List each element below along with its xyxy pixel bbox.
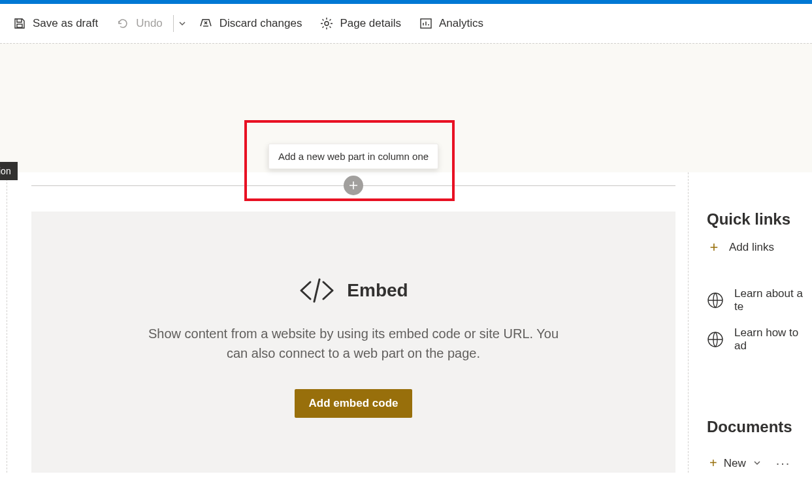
tooltip-text: Add a new web part in column one (278, 151, 429, 162)
page-details-label: Page details (340, 17, 401, 30)
globe-icon (707, 331, 724, 348)
svg-rect-0 (17, 24, 22, 27)
save-as-draft-button[interactable]: Save as draft (4, 9, 107, 38)
page-details-button[interactable]: Page details (311, 9, 410, 38)
svg-point-1 (325, 22, 329, 25)
embed-header: Embed (299, 277, 408, 304)
command-bar: Save as draft Undo Discard changes Page … (0, 4, 812, 43)
quick-link-item[interactable]: Learn how to ad (707, 320, 812, 359)
discard-icon (199, 16, 213, 31)
content-row: Section Add a new web part in column one (0, 172, 812, 473)
undo-dropdown-chevron[interactable] (175, 9, 189, 38)
embed-description: Show content from a website by using its… (144, 324, 562, 363)
section-tag[interactable]: Section (0, 162, 18, 180)
discard-changes-label: Discard changes (219, 17, 302, 30)
code-icon (299, 277, 335, 304)
quick-link-label: Learn how to ad (734, 326, 812, 353)
analytics-icon (419, 17, 432, 30)
undo-icon (116, 17, 129, 30)
add-links-label: Add links (729, 241, 774, 254)
documents-new-label: New (724, 457, 746, 470)
analytics-label: Analytics (439, 17, 483, 30)
chevron-down-icon (754, 460, 760, 467)
plus-icon: + (709, 456, 717, 471)
embed-web-part-placeholder: Embed Show content from a website by usi… (31, 212, 675, 473)
undo-button[interactable]: Undo (107, 9, 172, 38)
add-web-part-button[interactable]: Add a new web part in column one (344, 176, 363, 195)
main-column: Section Add a new web part in column one (0, 172, 689, 473)
plus-icon (349, 181, 358, 190)
save-as-draft-label: Save as draft (33, 17, 98, 30)
quick-link-item[interactable]: Learn about a te (707, 281, 812, 320)
gear-icon (320, 17, 333, 30)
side-column: Quick links + Add links Learn about a te… (689, 172, 812, 473)
globe-icon (707, 292, 724, 309)
undo-label: Undo (136, 17, 163, 30)
add-embed-code-button[interactable]: Add embed code (295, 389, 413, 418)
section-tag-label: Section (0, 166, 11, 176)
documents-heading: Documents (707, 418, 812, 436)
discard-changes-button[interactable]: Discard changes (189, 9, 312, 38)
add-web-part-zone: Add a new web part in column one (31, 172, 689, 212)
add-embed-code-label: Add embed code (309, 397, 398, 409)
analytics-button[interactable]: Analytics (410, 9, 493, 38)
save-icon (13, 17, 26, 30)
quick-link-label: Learn about a te (734, 287, 812, 313)
add-links-button[interactable]: + Add links (707, 239, 812, 256)
quick-links-heading: Quick links (707, 210, 812, 228)
documents-new-button[interactable]: + New ··· (707, 456, 812, 471)
plus-icon: + (707, 239, 721, 256)
embed-title: Embed (347, 280, 408, 301)
documents-more-button[interactable]: ··· (776, 456, 791, 471)
toolbar-separator (173, 15, 174, 32)
add-web-part-tooltip: Add a new web part in column one (268, 144, 438, 169)
